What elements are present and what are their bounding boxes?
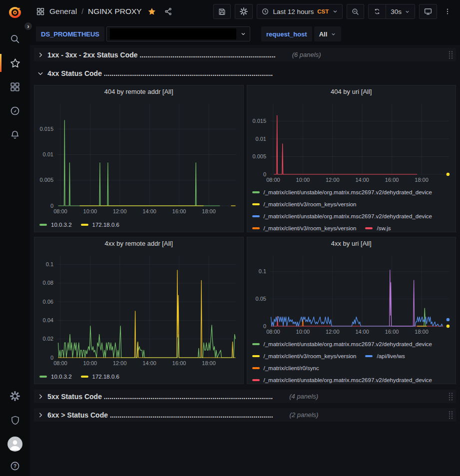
svg-text:0: 0 [263,323,266,329]
panel-title[interactable]: 4xx by remote addr [All] [34,237,243,250]
apps-grid-icon[interactable] [36,7,45,16]
svg-text:14:00: 14:00 [355,329,369,335]
more-options-button[interactable] [441,4,454,19]
legend-row: 10.0.3.2172.18.0.6 [39,219,238,231]
row-drag-handle[interactable] [448,392,454,401]
variable-label-request-host: request_host [261,26,312,41]
row-title: 5xx Status Code ........................… [47,393,273,401]
row-title: 6xx > Status Code ......................… [47,411,273,419]
chevron-down-icon [332,8,338,14]
legend-label: 10.0.3.2 [51,374,72,380]
legend-label: 172.18.0.6 [92,374,119,380]
legend-item[interactable]: /_matrix/client/r0/sync [252,365,319,371]
legend-row: /_matrix/client/r0/sync [252,362,451,374]
row-4xx[interactable]: 4xx Status Code ........................… [34,66,456,80]
legend-swatch [252,343,260,345]
svg-text:0.08: 0.08 [43,280,53,286]
svg-text:0.05: 0.05 [255,296,266,302]
dashboard-title[interactable]: NGINX PROXY [88,7,142,16]
legend-item[interactable]: 10.0.3.2 [39,374,72,380]
chevron-down-icon [405,9,410,14]
panel-4xx-by-remote-addr: 4xx by remote addr [All] 00.020.040.060.… [34,237,244,384]
svg-text:18:00: 18:00 [415,329,429,335]
row-5xx[interactable]: 5xx Status Code ........................… [34,390,456,403]
timeseries-chart-404-remote-addr[interactable]: 00.0050.010.01508:0010:0012:0014:0016:00… [34,98,243,216]
legend-item[interactable]: /_matrix/client/unstable/org.matrix.msc2… [252,189,433,195]
dashboards-grid-icon [9,81,20,92]
row-6xx[interactable]: 6xx > Status Code ......................… [34,408,456,422]
refresh-picker: 30s [368,4,415,19]
compass-icon [9,105,20,116]
panel-title[interactable]: 404 by uri [All] [247,85,456,98]
panel-legend: 10.0.3.2172.18.0.6 [34,371,243,383]
dashboard-settings-button[interactable] [235,4,253,19]
legend-row: /_matrix/client/unstable/org.matrix.msc2… [252,210,451,222]
sidebar-item-profile[interactable] [0,432,30,456]
time-range-picker[interactable]: Last 12 hours CST [257,4,343,19]
timeseries-chart-4xx-uri[interactable]: 00.050.108:0010:0012:0014:0016:0018:00 [247,250,456,336]
user-avatar [7,437,22,452]
grafana-flame-icon [7,6,22,21]
legend-item[interactable]: /_matrix/client/unstable/org.matrix.msc2… [252,213,433,219]
row-title: 1xx - 3xx - 2xx Status Code ............… [47,51,276,59]
zoom-out-button[interactable] [347,4,364,19]
legend-label: /_matrix/client/v3/room_keys/version [264,201,357,207]
svg-text:08:00: 08:00 [53,360,67,366]
sidebar-item-alerting[interactable] [0,123,30,147]
chevron-down-icon [331,31,336,37]
svg-text:10:00: 10:00 [83,360,97,366]
star-outline-icon [9,57,21,69]
svg-text:18:00: 18:00 [415,177,429,183]
row-drag-handle[interactable] [448,50,454,59]
legend-label: /_matrix/client/v3/room_keys/version [264,225,357,231]
legend-item[interactable]: /_matrix/client/unstable/org.matrix.msc2… [252,377,433,383]
legend-item[interactable]: /sw.js [365,225,391,231]
svg-text:0.1: 0.1 [46,261,53,267]
legend-item[interactable]: /api/live/ws [365,353,405,359]
legend-item[interactable]: /_matrix/client/unstable/org.matrix.msc2… [252,341,433,347]
legend-swatch [39,224,47,226]
legend-item[interactable]: 172.18.0.6 [81,222,119,228]
legend-label: 10.0.3.2 [51,222,72,228]
legend-swatch [252,227,260,229]
timeseries-chart-404-uri[interactable]: 00.0050.010.01508:0010:0012:0014:0016:00… [247,98,456,184]
row-drag-handle[interactable] [448,411,454,420]
sidebar-item-explore[interactable] [0,99,30,123]
legend-swatch [252,203,260,205]
refresh-interval-dropdown[interactable]: 30s [386,4,415,18]
favorite-star-icon[interactable] [147,7,156,16]
legend-item[interactable]: /_matrix/client/v3/room_keys/version [252,225,357,231]
sidebar-expand-button[interactable]: › [23,21,33,31]
save-floppy-icon [218,7,226,16]
legend-row: /_matrix/client/v3/room_keys/version [252,198,451,210]
redacted-value [110,28,236,39]
row-1xx-3xx-2xx[interactable]: 1xx - 3xx - 2xx Status Code ............… [34,48,456,61]
legend-swatch [365,355,373,357]
svg-text:16:00: 16:00 [385,329,399,335]
panel-legend: /_matrix/client/unstable/org.matrix.msc2… [247,186,456,231]
save-dashboard-button[interactable] [213,4,231,19]
sidebar-item-dashboards[interactable] [0,75,30,99]
sidebar-item-configuration[interactable] [0,384,30,408]
tv-mode-button[interactable] [419,4,437,19]
timeseries-chart-4xx-remote-addr[interactable]: 00.020.040.060.080.108:0010:0012:0014:00… [34,250,243,368]
panel-4xx-by-uri: 4xx by uri [All] 00.050.108:0010:0012:00… [247,237,457,384]
refresh-button[interactable] [369,4,386,18]
breadcrumb-folder[interactable]: General [49,7,77,16]
svg-text:10:00: 10:00 [296,329,310,335]
panel-title[interactable]: 404 by remote addr [All] [34,85,243,98]
row-panel-count: (4 panels) [289,393,318,400]
panel-title[interactable]: 4xx by uri [All] [247,237,456,250]
legend-item[interactable]: 172.18.0.6 [81,374,119,380]
sidebar-item-starred[interactable] [0,51,30,75]
legend-item[interactable]: /_matrix/client/v3/room_keys/version [252,201,357,207]
request-host-select[interactable]: All [314,26,342,41]
sidebar-item-help[interactable]: ? [0,456,30,476]
datasource-select[interactable] [106,26,250,41]
legend-item[interactable]: 10.0.3.2 [39,222,72,228]
legend-label: /_matrix/client/unstable/org.matrix.msc2… [264,377,433,383]
chevron-right-icon [37,51,44,58]
sidebar-item-server-admin[interactable] [0,408,30,432]
share-icon[interactable] [164,7,173,16]
legend-item[interactable]: /_matrix/client/v3/room_keys/version [252,353,357,359]
